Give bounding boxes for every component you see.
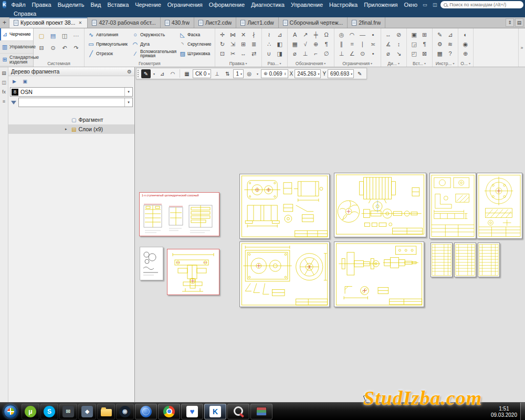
save-icon[interactable]: ◫ xyxy=(59,30,70,42)
midpoint-icon[interactable]: • xyxy=(368,49,379,58)
zoom-value-field[interactable]: ⊕ 0.069 ⇕ xyxy=(261,69,288,78)
geometry-tool-button[interactable]: ◠ Дуга xyxy=(131,39,176,49)
note-icon[interactable]: ¶ xyxy=(321,39,332,49)
zoom-tool-icon[interactable]: ◎ xyxy=(245,69,254,78)
geometry-tool-button[interactable]: ▨ Штриховка xyxy=(178,49,213,58)
menu-item[interactable]: Управление xyxy=(288,1,326,8)
drawing-sheet-scheme[interactable]: 1-х ступенчатый цилиндрический соосный xyxy=(139,192,219,236)
close-tab-icon[interactable]: ✕ xyxy=(77,20,83,26)
geometry-tool-button[interactable]: ╱ Отрезок xyxy=(87,49,129,58)
weld-icon[interactable]: ⌐ xyxy=(311,49,321,58)
filter-icon[interactable] xyxy=(11,101,16,104)
menu-item[interactable]: Ограничения xyxy=(164,1,206,8)
insert-fragment-icon[interactable]: ▣ xyxy=(409,30,419,39)
style-button[interactable]: ✎ xyxy=(141,69,151,78)
concentric-icon[interactable]: ⊙ xyxy=(358,49,368,58)
open-icon[interactable]: ▤ xyxy=(47,30,59,42)
roughness-icon[interactable]: √ xyxy=(300,39,311,49)
preview-icon[interactable]: ⊙ xyxy=(47,42,59,54)
snap-arc-icon[interactable]: ◠ xyxy=(168,69,177,78)
app-icon[interactable]: ◆ xyxy=(78,404,96,419)
drawing-sheet-valve[interactable] xyxy=(167,249,219,295)
expand-icon[interactable]: ▸ xyxy=(65,127,69,131)
menu-item[interactable]: Вид xyxy=(87,1,104,8)
tree-node[interactable]: ▸ ▢ Фрагмент xyxy=(8,115,134,124)
drawing-sheet-shafts[interactable] xyxy=(334,242,424,307)
document-tab[interactable]: Сборочный чертеж... ✕ xyxy=(279,17,348,28)
menu-item[interactable]: Файл xyxy=(8,1,29,8)
centerline-icon[interactable]: ╪ xyxy=(311,30,321,39)
utorrent-icon[interactable]: µ xyxy=(22,404,39,419)
drawing-sheet-sketch[interactable] xyxy=(140,247,163,280)
dim-linear-icon[interactable]: ↔ xyxy=(383,30,394,39)
menu-item[interactable]: Черчение xyxy=(132,1,164,8)
chevron-down-icon[interactable]: ▾ xyxy=(124,88,132,96)
text-icon[interactable]: A xyxy=(290,30,300,39)
leader-icon[interactable]: ↗ xyxy=(300,30,311,39)
redo-icon[interactable]: ↷ xyxy=(70,42,82,54)
offset-icon[interactable]: ≣ xyxy=(249,39,259,49)
edit-pencil-icon[interactable]: ✎ xyxy=(355,69,364,78)
pointer-icon[interactable]: ▶ xyxy=(10,77,19,86)
geometry-tool-button[interactable]: ∿ Автолиния xyxy=(87,30,129,39)
horizontal-icon[interactable]: ― xyxy=(358,30,368,39)
drawing-sheet-wheel[interactable] xyxy=(477,173,522,239)
orient-icon[interactable]: ⊕ xyxy=(460,49,471,58)
scale-icon[interactable]: ⇲ xyxy=(228,39,238,49)
geometry-tool-button[interactable]: ◺ Фаска xyxy=(178,30,213,39)
array-icon[interactable]: ⊞ xyxy=(238,39,249,49)
document-tab[interactable]: Курсовой проект 38... ✕ xyxy=(9,17,88,28)
split-point-icon[interactable]: ∴ xyxy=(264,39,275,49)
window-layout-icon[interactable]: ▭ xyxy=(421,2,429,8)
library-books-icon[interactable] xyxy=(250,404,272,419)
updown-icon[interactable]: ⇅ xyxy=(223,69,232,78)
section-a-icon[interactable]: ◧ xyxy=(275,39,285,49)
chevron-down-icon[interactable]: ▾ xyxy=(152,69,156,78)
pen-icon[interactable]: ✎ xyxy=(435,30,445,39)
delete-icon[interactable]: ✕ xyxy=(238,30,249,39)
new-doc-icon[interactable]: ▢ xyxy=(36,30,47,42)
drawing-canvas[interactable]: ✎ ▾ ⊿ ◠ ▦ СК 0▾ ⊥ ⇅ 1▾ ◎ ▾ ⊕ 0.069 ⇕ X 2… xyxy=(135,67,525,402)
document-tab[interactable]: 2final.frw ✕ xyxy=(348,17,385,28)
macro-icon[interactable]: ≋ xyxy=(445,39,456,49)
insert-text-icon[interactable]: ¶ xyxy=(419,39,430,49)
split-curve-icon[interactable]: ≀ xyxy=(264,30,275,39)
insert-view-icon[interactable]: ◰ xyxy=(409,49,419,58)
drawing-sheet-assembly-plan[interactable] xyxy=(239,242,330,307)
ortho-icon[interactable]: ⊥ xyxy=(212,69,222,78)
document-tab[interactable]: Лист1.cdw ✕ xyxy=(236,17,278,28)
snap-angle-icon[interactable]: ⊿ xyxy=(158,69,167,78)
grid-icon[interactable]: ▦ xyxy=(435,49,445,58)
search-tool-icon[interactable] xyxy=(227,404,249,419)
geometry-tool-button[interactable]: ◝ Скругление xyxy=(178,39,213,49)
menu-item[interactable]: Справка xyxy=(10,10,39,17)
rotate-icon[interactable]: ↻ xyxy=(217,39,228,49)
chrome-icon[interactable] xyxy=(158,404,180,419)
perpendicular-icon[interactable]: ⊥ xyxy=(337,49,347,58)
drawing-sheet-gearbox-views[interactable] xyxy=(239,174,330,239)
gear-icon[interactable]: ⚙ xyxy=(435,39,445,49)
dim-leader-icon[interactable]: ↘ xyxy=(394,49,404,58)
equal-icon[interactable]: = xyxy=(347,39,358,49)
gear-icon[interactable]: ⚙ xyxy=(127,69,132,75)
drawing-sheet-spec-table[interactable] xyxy=(478,243,500,277)
grid-toggle-icon[interactable]: ▦ xyxy=(182,69,192,78)
picture-icon[interactable]: ▣ xyxy=(20,77,29,86)
print-icon[interactable]: ⊟ xyxy=(36,42,47,54)
menu-item[interactable]: Правка xyxy=(29,1,55,8)
dim-angular-icon[interactable]: ∡ xyxy=(383,39,394,49)
angle-icon[interactable]: ∠ xyxy=(347,49,358,58)
window-panes-icon[interactable]: ◫ xyxy=(430,2,439,8)
merge-icon[interactable]: ∪ xyxy=(264,49,275,58)
chevron-down-icon[interactable]: ▾ xyxy=(255,69,260,78)
menu-item[interactable]: Выделить xyxy=(55,1,88,8)
undo-icon[interactable]: ↶ xyxy=(59,42,70,54)
fix-icon[interactable]: ▪ xyxy=(368,30,379,39)
ribbon-overflow-button[interactable]: » xyxy=(518,28,525,67)
panel-tree-icon[interactable]: ▤ xyxy=(1,69,8,77)
geometry-tool-button[interactable]: ○ Окружность xyxy=(131,30,176,39)
dim-radial-icon[interactable]: ⌀ xyxy=(383,49,394,58)
menu-item[interactable]: Окно xyxy=(401,1,421,8)
datum-icon[interactable]: ⊥ xyxy=(300,49,311,58)
scale-combo[interactable]: 1▾ xyxy=(233,69,244,78)
